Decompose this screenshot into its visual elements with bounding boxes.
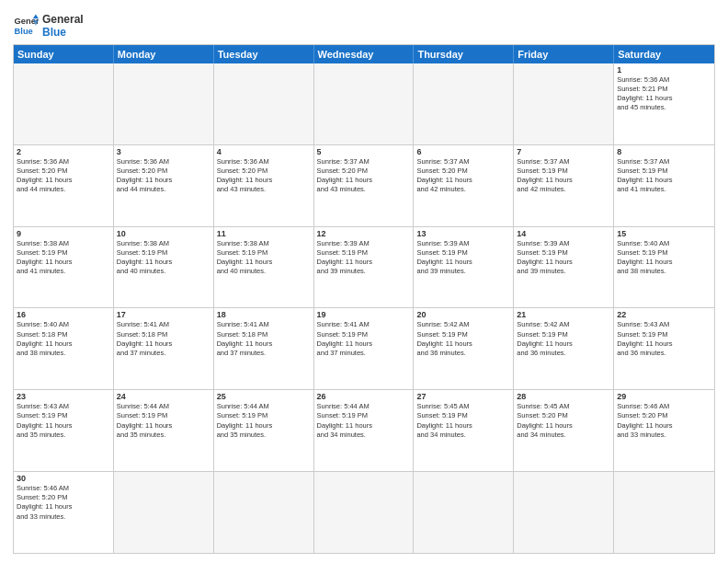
calendar-cell [514, 472, 614, 553]
header-day-monday: Monday [114, 45, 214, 63]
calendar-cell: 8Sunrise: 5:37 AM Sunset: 5:19 PM Daylig… [614, 145, 714, 226]
day-number: 14 [517, 229, 610, 238]
calendar-cell [214, 472, 314, 553]
day-number: 28 [517, 392, 610, 401]
day-number: 30 [17, 474, 110, 483]
calendar-cell: 19Sunrise: 5:41 AM Sunset: 5:19 PM Dayli… [314, 308, 415, 389]
cell-info: Sunrise: 5:36 AM Sunset: 5:20 PM Dayligh… [117, 157, 210, 195]
cell-info: Sunrise: 5:39 AM Sunset: 5:19 PM Dayligh… [517, 239, 610, 277]
day-number: 16 [17, 310, 110, 319]
calendar-cell: 20Sunrise: 5:42 AM Sunset: 5:19 PM Dayli… [414, 308, 514, 389]
logo-text-general: General [42, 13, 84, 26]
header: General Blue General Blue [13, 9, 715, 39]
day-number: 2 [17, 147, 110, 156]
cell-info: Sunrise: 5:46 AM Sunset: 5:20 PM Dayligh… [17, 484, 110, 522]
day-number: 8 [617, 147, 711, 156]
logo-icon: General Blue [13, 13, 39, 39]
calendar-cell [14, 63, 114, 144]
cell-info: Sunrise: 5:41 AM Sunset: 5:18 PM Dayligh… [217, 320, 311, 358]
calendar-cell: 17Sunrise: 5:41 AM Sunset: 5:18 PM Dayli… [114, 308, 214, 389]
day-number: 20 [416, 310, 510, 319]
day-number: 7 [517, 147, 610, 156]
header-day-wednesday: Wednesday [314, 45, 415, 63]
day-number: 17 [117, 310, 210, 319]
day-number: 11 [217, 229, 311, 238]
cell-info: Sunrise: 5:42 AM Sunset: 5:19 PM Dayligh… [416, 320, 510, 358]
calendar-cell [314, 63, 415, 144]
cell-info: Sunrise: 5:38 AM Sunset: 5:19 PM Dayligh… [217, 239, 311, 277]
day-number: 22 [617, 310, 711, 319]
header-day-tuesday: Tuesday [214, 45, 314, 63]
calendar-cell: 15Sunrise: 5:40 AM Sunset: 5:19 PM Dayli… [614, 227, 714, 308]
calendar-cell: 29Sunrise: 5:46 AM Sunset: 5:20 PM Dayli… [614, 390, 714, 471]
day-number: 6 [416, 147, 510, 156]
calendar-cell: 13Sunrise: 5:39 AM Sunset: 5:19 PM Dayli… [414, 227, 514, 308]
day-number: 27 [416, 392, 510, 401]
day-number: 26 [317, 392, 411, 401]
cell-info: Sunrise: 5:40 AM Sunset: 5:18 PM Dayligh… [17, 320, 110, 358]
calendar-cell: 28Sunrise: 5:45 AM Sunset: 5:20 PM Dayli… [514, 390, 614, 471]
calendar-cell: 6Sunrise: 5:37 AM Sunset: 5:20 PM Daylig… [414, 145, 514, 226]
calendar-row-5: 30Sunrise: 5:46 AM Sunset: 5:20 PM Dayli… [14, 471, 714, 553]
day-number: 18 [217, 310, 311, 319]
day-number: 15 [617, 229, 711, 238]
calendar-cell: 30Sunrise: 5:46 AM Sunset: 5:20 PM Dayli… [14, 472, 114, 553]
cell-info: Sunrise: 5:36 AM Sunset: 5:20 PM Dayligh… [17, 157, 110, 195]
calendar-row-4: 23Sunrise: 5:43 AM Sunset: 5:19 PM Dayli… [14, 389, 714, 471]
day-number: 12 [317, 229, 411, 238]
cell-info: Sunrise: 5:37 AM Sunset: 5:20 PM Dayligh… [416, 157, 510, 195]
day-number: 29 [617, 392, 711, 401]
header-day-thursday: Thursday [414, 45, 514, 63]
cell-info: Sunrise: 5:43 AM Sunset: 5:19 PM Dayligh… [617, 320, 711, 358]
day-number: 13 [416, 229, 510, 238]
calendar-cell: 9Sunrise: 5:38 AM Sunset: 5:19 PM Daylig… [14, 227, 114, 308]
logo: General Blue General Blue [13, 13, 84, 39]
cell-info: Sunrise: 5:41 AM Sunset: 5:19 PM Dayligh… [317, 320, 411, 358]
calendar-cell: 10Sunrise: 5:38 AM Sunset: 5:19 PM Dayli… [114, 227, 214, 308]
cell-info: Sunrise: 5:36 AM Sunset: 5:21 PM Dayligh… [617, 75, 711, 113]
calendar-row-0: 1Sunrise: 5:36 AM Sunset: 5:21 PM Daylig… [14, 63, 714, 144]
logo-text-blue: Blue [42, 26, 84, 39]
calendar-cell: 14Sunrise: 5:39 AM Sunset: 5:19 PM Dayli… [514, 227, 614, 308]
calendar-cell: 22Sunrise: 5:43 AM Sunset: 5:19 PM Dayli… [614, 308, 714, 389]
cell-info: Sunrise: 5:45 AM Sunset: 5:19 PM Dayligh… [416, 402, 510, 440]
calendar-cell: 25Sunrise: 5:44 AM Sunset: 5:19 PM Dayli… [214, 390, 314, 471]
calendar-cell [514, 63, 614, 144]
cell-info: Sunrise: 5:45 AM Sunset: 5:20 PM Dayligh… [517, 402, 610, 440]
cell-info: Sunrise: 5:39 AM Sunset: 5:19 PM Dayligh… [317, 239, 411, 277]
cell-info: Sunrise: 5:44 AM Sunset: 5:19 PM Dayligh… [117, 402, 210, 440]
day-number: 19 [317, 310, 411, 319]
calendar-cell: 26Sunrise: 5:44 AM Sunset: 5:19 PM Dayli… [314, 390, 415, 471]
cell-info: Sunrise: 5:42 AM Sunset: 5:19 PM Dayligh… [517, 320, 610, 358]
cell-info: Sunrise: 5:38 AM Sunset: 5:19 PM Dayligh… [17, 239, 110, 277]
day-number: 10 [117, 229, 210, 238]
cell-info: Sunrise: 5:37 AM Sunset: 5:19 PM Dayligh… [517, 157, 610, 195]
day-number: 24 [117, 392, 210, 401]
day-number: 3 [117, 147, 210, 156]
cell-info: Sunrise: 5:41 AM Sunset: 5:18 PM Dayligh… [117, 320, 210, 358]
calendar-cell [414, 63, 514, 144]
calendar-row-2: 9Sunrise: 5:38 AM Sunset: 5:19 PM Daylig… [14, 226, 714, 308]
day-number: 1 [617, 65, 711, 75]
day-number: 5 [317, 147, 411, 156]
calendar-row-3: 16Sunrise: 5:40 AM Sunset: 5:18 PM Dayli… [14, 307, 714, 389]
calendar-cell [214, 63, 314, 144]
calendar-cell: 5Sunrise: 5:37 AM Sunset: 5:20 PM Daylig… [314, 145, 415, 226]
calendar-cell: 3Sunrise: 5:36 AM Sunset: 5:20 PM Daylig… [114, 145, 214, 226]
calendar-cell [614, 472, 714, 553]
svg-text:Blue: Blue [15, 27, 33, 36]
day-number: 21 [517, 310, 610, 319]
calendar-cell [114, 472, 214, 553]
cell-info: Sunrise: 5:37 AM Sunset: 5:20 PM Dayligh… [317, 157, 411, 195]
cell-info: Sunrise: 5:44 AM Sunset: 5:19 PM Dayligh… [217, 402, 311, 440]
calendar-cell: 18Sunrise: 5:41 AM Sunset: 5:18 PM Dayli… [214, 308, 314, 389]
cell-info: Sunrise: 5:46 AM Sunset: 5:20 PM Dayligh… [617, 402, 711, 440]
calendar-cell: 2Sunrise: 5:36 AM Sunset: 5:20 PM Daylig… [14, 145, 114, 226]
cell-info: Sunrise: 5:38 AM Sunset: 5:19 PM Dayligh… [117, 239, 210, 277]
calendar-cell: 12Sunrise: 5:39 AM Sunset: 5:19 PM Dayli… [314, 227, 415, 308]
cell-info: Sunrise: 5:36 AM Sunset: 5:20 PM Dayligh… [217, 157, 311, 195]
calendar-header: SundayMondayTuesdayWednesdayThursdayFrid… [14, 45, 714, 63]
calendar-cell: 11Sunrise: 5:38 AM Sunset: 5:19 PM Dayli… [214, 227, 314, 308]
calendar-cell: 24Sunrise: 5:44 AM Sunset: 5:19 PM Dayli… [114, 390, 214, 471]
header-day-friday: Friday [514, 45, 614, 63]
